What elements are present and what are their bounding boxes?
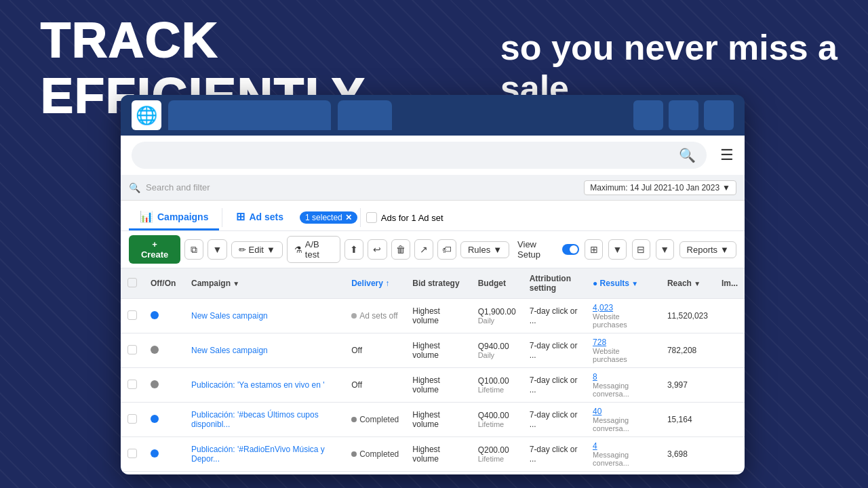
view-setup-toggle[interactable] [562, 244, 579, 255]
duplicate-dropdown-button[interactable]: ▼ [208, 239, 226, 260]
row-campaign-cell[interactable]: Publicación: '#becas Últimos cupos dispo… [184, 403, 344, 437]
ab-test-button[interactable]: ⚗ A/B test [287, 236, 340, 263]
tab-ad-sets-label: Ad sets [249, 211, 283, 222]
th-delivery[interactable]: Delivery ↑ [344, 268, 406, 299]
row-attribution-cell: 7-day click or ... [523, 333, 586, 368]
th-bid: Bid strategy [406, 268, 471, 299]
tag-button[interactable]: 🏷 [437, 239, 456, 260]
status-dot-grey [151, 346, 159, 354]
topbar-btn-1[interactable] [633, 100, 663, 130]
columns-view-button[interactable]: ⊞ [585, 239, 603, 260]
completed-status: Completed [351, 415, 399, 424]
row-status-cell[interactable] [144, 403, 184, 437]
results-link[interactable]: 40 [593, 407, 601, 416]
browser-tab-main[interactable] [168, 100, 331, 130]
row-campaign-cell[interactable]: Publicación: 'Ya estamos en vivo en ' [184, 368, 344, 403]
row-impressions-cell [715, 368, 745, 403]
row-budget-cell: Q50.00Daily [471, 472, 523, 474]
row-impressions-cell [715, 333, 745, 368]
browser-window: 🌐 🔍 ☰ 🔍 Search and filter Maximum: 14 Ju… [121, 95, 745, 474]
campaigns-table: Off/On Campaign ▼ Delivery ↑ Bid strateg… [121, 268, 745, 473]
browser-tab-secondary[interactable] [338, 100, 392, 130]
row-campaign-cell[interactable]: Publicación: '#RadioEnVivo Música y Depo… [184, 437, 344, 472]
selected-badge-close-icon[interactable]: ✕ [345, 213, 352, 222]
publish-button[interactable]: ⬆ [344, 239, 363, 260]
results-link[interactable]: 8 [593, 372, 597, 382]
tab-campaigns-label: Campaigns [157, 211, 208, 222]
campaign-sort-icon: ▼ [233, 280, 239, 287]
tab-ad-sets[interactable]: ⊞ Ad sets [225, 205, 294, 230]
undo-button[interactable]: ↩ [368, 239, 387, 260]
move-button[interactable]: ↗ [414, 239, 433, 260]
address-bar[interactable]: 🔍 [132, 142, 707, 169]
hamburger-menu-icon[interactable]: ☰ [720, 146, 734, 164]
topbar-btn-2[interactable] [669, 100, 698, 130]
campaign-link[interactable]: New Sales campaign [191, 311, 268, 321]
campaign-link[interactable]: Publicación: 'Ya estamos en vivo en ' [191, 380, 324, 390]
date-range-label: Maximum: 14 Jul 2021-10 Jan 2023 [590, 183, 719, 192]
globe-icon: 🌐 [132, 100, 161, 130]
topbar-btn-3[interactable] [704, 100, 734, 130]
row-status-cell[interactable] [144, 333, 184, 368]
delete-button[interactable]: 🗑 [391, 239, 410, 260]
selected-badge[interactable]: 1 selected ✕ [300, 211, 357, 224]
row-checkbox-cell[interactable] [121, 403, 144, 437]
edit-button[interactable]: ✏ Edit ▼ [231, 241, 283, 258]
row-checkbox-cell[interactable] [121, 333, 144, 368]
ads-for-checkbox-icon [366, 212, 377, 223]
budget-period: Lifetime [478, 420, 516, 428]
tab-divider-2 [360, 208, 361, 227]
browser-topbar-buttons [633, 100, 734, 130]
row-campaign-cell[interactable]: New Sales campaign [184, 333, 344, 368]
create-button[interactable]: + Create [129, 235, 180, 264]
toolbar: + Create ⧉ ▼ ✏ Edit ▼ ⚗ A/B test ⬆ ↩ 🗑 ↗… [121, 231, 745, 268]
campaign-link[interactable]: New Sales campaign [191, 346, 268, 355]
table-row: [05/10/2022] Promoción de https://www.fa… [121, 472, 745, 474]
selected-badge-label: 1 selected [305, 213, 342, 222]
results-link[interactable]: 4,023 [593, 303, 613, 312]
row-checkbox-cell[interactable] [121, 368, 144, 403]
results-link[interactable]: 728 [593, 338, 606, 347]
row-campaign-cell[interactable]: New Sales campaign [184, 299, 344, 333]
row-delivery-cell: Completed [344, 437, 406, 472]
reports-button[interactable]: Reports ▼ [679, 241, 736, 258]
filter-columns-button[interactable]: ⊟ [632, 239, 650, 260]
tab-campaigns[interactable]: 📊 Campaigns [129, 205, 219, 230]
row-checkbox-cell[interactable] [121, 472, 144, 474]
tab-navigation: 📊 Campaigns ⊞ Ad sets 1 selected ✕ Ads f… [121, 201, 745, 231]
row-status-cell[interactable] [144, 368, 184, 403]
campaign-link[interactable]: Publicación: '#RadioEnVivo Música y Depo… [191, 445, 325, 464]
table-header-row: Off/On Campaign ▼ Delivery ↑ Bid strateg… [121, 268, 745, 299]
row-status-cell[interactable] [144, 437, 184, 472]
duplicate-button[interactable]: ⧉ [184, 239, 203, 260]
status-dot-grey [151, 380, 159, 388]
campaign-link[interactable]: Publicación: '#becas Últimos cupos dispo… [191, 410, 319, 429]
th-campaign[interactable]: Campaign ▼ [184, 268, 329, 299]
row-reach-cell: 782,208 [660, 333, 715, 368]
row-checkbox-cell[interactable] [121, 299, 144, 333]
table-row: Publicación: '#RadioEnVivo Música y Depo… [121, 437, 745, 472]
th-budget: Budget [471, 268, 523, 299]
th-impressions: Im... [715, 268, 745, 299]
row-campaign-cell[interactable]: [05/10/2022] Promoción de https://www.fa… [184, 472, 344, 474]
rules-button[interactable]: Rules ▼ [460, 241, 509, 258]
status-dot-blue [151, 449, 159, 458]
results-sub-label: Messaging conversa... [593, 416, 654, 432]
row-status-cell[interactable] [144, 472, 184, 474]
th-spacer [329, 268, 345, 299]
row-impressions-cell [715, 437, 745, 472]
row-results-cell: 4Messaging conversa... [586, 437, 660, 472]
results-link[interactable]: 4 [593, 441, 597, 451]
filter-columns-dropdown[interactable]: ▼ [656, 239, 674, 260]
row-checkbox-cell[interactable] [121, 437, 144, 472]
row-status-cell[interactable] [144, 299, 184, 333]
th-checkbox[interactable] [121, 268, 144, 299]
row-budget-cell: Q100.00Lifetime [471, 368, 523, 403]
view-dropdown-button[interactable]: ▼ [608, 239, 627, 260]
budget-period: Lifetime [478, 455, 516, 463]
row-budget-cell: Q1,900.00Daily [471, 299, 523, 333]
row-delivery-cell: Ad sets off [344, 299, 406, 333]
budget-period: Lifetime [478, 386, 516, 394]
filter-search-placeholder[interactable]: Search and filter [146, 182, 578, 192]
date-range-button[interactable]: Maximum: 14 Jul 2021-10 Jan 2023 ▼ [584, 180, 736, 195]
